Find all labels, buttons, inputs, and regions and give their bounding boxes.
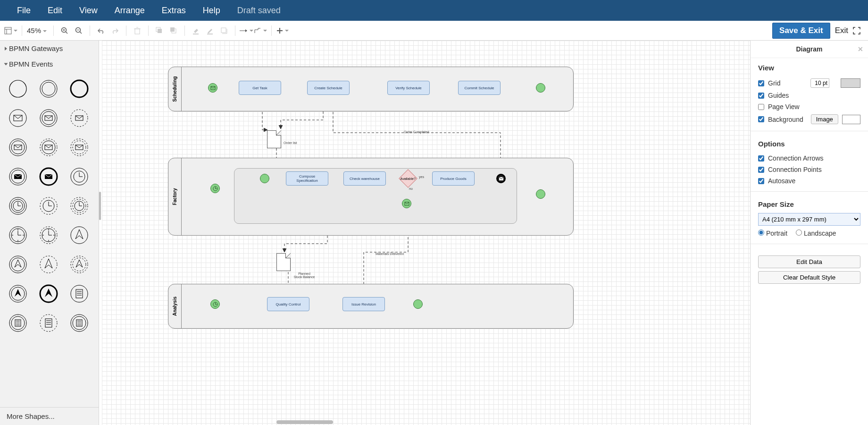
delete-icon[interactable] — [130, 24, 144, 38]
lane-scheduling[interactable]: Scheduling — [168, 67, 574, 111]
document-order-list[interactable] — [267, 130, 281, 148]
event-timer-ticks-icon[interactable] — [6, 223, 30, 247]
svg-rect-18 — [207, 34, 213, 34]
menu-file[interactable]: File — [8, 0, 39, 21]
grid-color-swatch[interactable] — [841, 78, 860, 88]
section-bpmn-gateways[interactable]: BPMN Gateways — [0, 41, 99, 56]
menu-edit[interactable]: Edit — [39, 0, 71, 21]
event-escalation-noninterrupt-icon[interactable] — [36, 252, 61, 277]
edit-data-button[interactable]: Edit Data — [758, 255, 860, 268]
to-back-icon[interactable] — [167, 24, 181, 38]
event-conditional-boundary-icon[interactable] — [67, 311, 92, 335]
landscape-radio[interactable] — [796, 230, 802, 236]
waypoint-style-dropdown[interactable] — [253, 24, 267, 38]
event-message-catch-icon[interactable] — [6, 135, 30, 160]
autosave-label: Autosave — [768, 177, 795, 185]
zoom-out-icon[interactable] — [72, 24, 86, 38]
autosave-checkbox[interactable] — [758, 178, 764, 184]
end-event-analysis[interactable] — [413, 299, 423, 309]
fullscreen-icon[interactable] — [853, 27, 860, 34]
save-exit-button[interactable]: Save & Exit — [772, 23, 830, 39]
section-title: BPMN Events — [9, 60, 53, 68]
event-end-icon[interactable] — [67, 76, 92, 101]
background-checkbox[interactable] — [758, 116, 764, 122]
fill-color-icon[interactable] — [189, 24, 203, 38]
grid-size-input[interactable] — [810, 78, 829, 88]
task-check-warehouse[interactable]: Check warehouse — [343, 171, 386, 186]
task-compose-spec[interactable]: Compose Specification — [286, 171, 328, 186]
event-escalation-start-icon[interactable] — [67, 223, 92, 247]
background-image-button[interactable]: Image — [811, 114, 838, 124]
menu-help[interactable]: Help — [194, 0, 229, 21]
zoom-dropdown[interactable]: 45% — [26, 26, 50, 34]
menu-view[interactable]: View — [71, 0, 106, 21]
close-panel-icon[interactable]: ✕ — [858, 45, 863, 53]
svg-point-37 — [40, 139, 57, 156]
end-event-factory[interactable] — [536, 189, 545, 199]
event-timer-noninterrupt-icon[interactable] — [36, 194, 61, 218]
menu-arrange[interactable]: Arrange — [106, 0, 153, 21]
event-message-noninterrupt-icon[interactable] — [67, 106, 92, 130]
task-produce-goods[interactable]: Produce Goods — [432, 171, 475, 186]
portrait-radio[interactable] — [758, 230, 764, 236]
timer-event-analysis[interactable] — [210, 299, 220, 309]
task-commit-schedule[interactable]: Commit Schedule — [458, 81, 501, 95]
event-message-start-icon[interactable] — [6, 106, 30, 130]
label-materials-delivered: Materials Delivered — [376, 252, 404, 255]
grid-checkbox[interactable] — [758, 80, 764, 86]
clear-default-style-button[interactable]: Clear Default Style — [758, 271, 860, 284]
task-issue-revision[interactable]: Issue Revision — [342, 297, 385, 311]
menu-extras[interactable]: Extras — [153, 0, 194, 21]
event-timer-start-icon[interactable] — [67, 164, 92, 189]
message-event-materials[interactable] — [402, 199, 411, 208]
event-timer-ticks-dashed-icon[interactable] — [36, 223, 61, 247]
task-create-schedule[interactable]: Create Schedule — [307, 81, 350, 95]
shadow-icon[interactable] — [217, 24, 231, 38]
event-start-icon[interactable] — [6, 76, 30, 101]
guides-checkbox[interactable] — [758, 93, 764, 99]
event-intermediate-icon[interactable] — [36, 76, 61, 101]
background-color-swatch[interactable] — [842, 115, 860, 124]
connection-style-dropdown[interactable] — [239, 24, 253, 38]
task-quality-control[interactable]: Quality Control — [267, 297, 309, 311]
redo-icon[interactable] — [108, 24, 122, 38]
stroke-color-icon[interactable] — [203, 24, 217, 38]
timer-event-factory[interactable] — [210, 184, 220, 193]
event-timer-boundary-noninterrupt-icon[interactable] — [67, 194, 92, 218]
end-event-scheduling[interactable] — [536, 83, 545, 93]
event-escalation-intermediate-icon[interactable] — [6, 252, 30, 277]
to-front-icon[interactable] — [152, 24, 167, 38]
event-message-boundary-icon[interactable] — [36, 135, 61, 160]
paper-size-select[interactable]: A4 (210 mm x 297 mm) — [758, 213, 860, 226]
event-escalation-end-icon[interactable] — [36, 281, 61, 306]
canvas[interactable]: Scheduling Get Task Create Schedule Veri… — [102, 41, 750, 425]
start-event-subprocess[interactable] — [260, 174, 269, 183]
connection-points-checkbox[interactable] — [758, 167, 764, 173]
horizontal-scrollbar[interactable] — [276, 420, 333, 424]
view-switch-dropdown[interactable] — [4, 24, 18, 38]
exit-button[interactable]: Exit — [835, 26, 848, 35]
section-bpmn-events[interactable]: BPMN Events — [0, 56, 99, 72]
svg-point-27 — [9, 110, 26, 127]
page-view-checkbox[interactable] — [758, 104, 764, 110]
event-message-end-icon[interactable] — [36, 164, 61, 189]
task-verify-schedule[interactable]: Verify Schedule — [387, 81, 430, 95]
task-get-task[interactable]: Get Task — [239, 81, 281, 95]
event-message-throw-icon[interactable] — [6, 164, 30, 189]
insert-dropdown[interactable] — [275, 24, 290, 38]
undo-icon[interactable] — [94, 24, 108, 38]
event-timer-intermediate-icon[interactable] — [6, 194, 30, 218]
document-stock-balance[interactable] — [276, 253, 291, 271]
event-conditional-start-icon[interactable] — [67, 281, 92, 306]
event-conditional-noninterrupt-icon[interactable] — [36, 311, 61, 335]
event-escalation-throw-icon[interactable] — [6, 281, 30, 306]
event-message-intermediate-icon[interactable] — [36, 106, 61, 130]
start-event-scheduling[interactable] — [208, 83, 217, 93]
event-conditional-intermediate-icon[interactable] — [6, 311, 30, 335]
event-message-boundary-noninterrupt-icon[interactable] — [67, 135, 92, 160]
more-shapes-button[interactable]: More Shapes... — [0, 407, 99, 425]
end-event-subprocess[interactable] — [496, 174, 506, 183]
event-escalation-boundary-noninterrupt-icon[interactable] — [67, 252, 92, 277]
connection-arrows-checkbox[interactable] — [758, 155, 764, 162]
zoom-in-icon[interactable] — [58, 24, 72, 38]
